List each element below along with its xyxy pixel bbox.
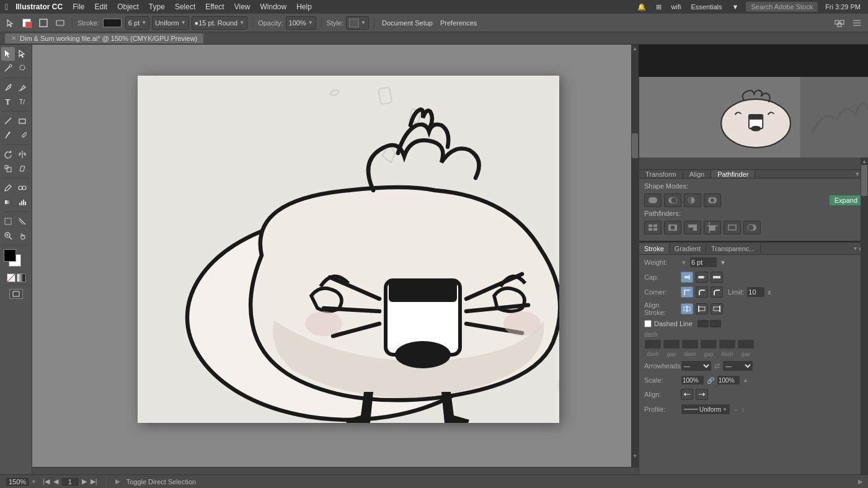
corner-round[interactable] <box>696 286 708 298</box>
document-tab[interactable]: ✕ Dim & Sum working file.ai* @ 150% (CMY… <box>5 33 203 43</box>
tool-blend[interactable] <box>16 181 29 195</box>
none-swatch[interactable] <box>7 273 16 282</box>
weight-input[interactable] <box>689 257 717 268</box>
arrow-start-select[interactable]: — <box>681 360 712 371</box>
arrow-align-2[interactable] <box>696 389 708 400</box>
cap-butt[interactable] <box>681 272 693 283</box>
cap-round[interactable] <box>696 272 708 283</box>
arrow-end-select[interactable]: — <box>722 360 753 371</box>
arrow-swap[interactable]: ⇄ <box>714 362 720 370</box>
tool-rectangle[interactable] <box>16 114 29 128</box>
draw-mode-icon[interactable] <box>36 17 51 29</box>
gap-1[interactable] <box>663 339 680 349</box>
divide-btn[interactable] <box>644 221 662 234</box>
stroke-color-swatch[interactable] <box>103 19 122 27</box>
minus-front-btn[interactable] <box>664 193 681 207</box>
panel-collapse-btn[interactable]: ▾ <box>856 170 859 178</box>
brush-size-dropdown[interactable]: ● 15 pt. Round ▼ <box>192 16 248 30</box>
gap-3[interactable] <box>737 339 755 349</box>
tool-rotate[interactable] <box>1 148 15 161</box>
tool-text-variant[interactable]: T/ <box>16 95 29 109</box>
tool-eyedropper[interactable] <box>1 181 15 195</box>
search-input-placeholder[interactable]: Search Adobe Stock <box>746 2 818 12</box>
essentials-label[interactable]: Essentials <box>688 3 724 11</box>
tool-line[interactable] <box>1 114 15 128</box>
menu-type[interactable]: Type <box>144 1 170 12</box>
selection-icon-toolbar[interactable] <box>4 17 17 29</box>
document-setup-btn[interactable]: Document Setup <box>379 18 435 28</box>
tool-artboard[interactable] <box>1 215 15 228</box>
dash-pattern-1[interactable] <box>698 320 709 327</box>
align-center[interactable] <box>681 303 693 314</box>
profile-flip-y[interactable]: ↕ <box>742 406 745 413</box>
cap-square[interactable] <box>711 272 723 283</box>
tab-transform-inline[interactable]: Transform <box>639 170 683 178</box>
tool-pen-variant[interactable] <box>16 81 29 94</box>
normal-draw-mode[interactable] <box>9 289 23 299</box>
outline-btn[interactable] <box>724 221 741 234</box>
play-icon[interactable] <box>114 478 122 486</box>
arrow-align-1[interactable] <box>681 389 693 400</box>
align-inside[interactable] <box>696 303 708 314</box>
tab-align-inline[interactable]: Align <box>683 170 711 178</box>
style-dropdown[interactable]: ▼ <box>346 16 369 30</box>
weight-down[interactable]: ▼ <box>681 259 687 266</box>
tool-slice[interactable] <box>16 215 29 228</box>
menu-view[interactable]: View <box>229 1 255 12</box>
profile-dropdown-arrow[interactable]: ▼ <box>722 407 727 412</box>
tool-extra-icon[interactable] <box>849 17 864 29</box>
opacity-dropdown[interactable]: 100% ▼ <box>286 16 316 30</box>
transparency-tab[interactable]: Transparenc... <box>706 244 761 254</box>
zoom-input[interactable] <box>5 477 30 487</box>
apple-icon[interactable]:  <box>5 2 8 12</box>
limit-input[interactable] <box>746 286 765 298</box>
fill-swatch-front[interactable] <box>4 249 16 262</box>
gap-2[interactable] <box>700 339 717 349</box>
dashed-checkbox[interactable] <box>644 320 652 327</box>
tool-magic-wand[interactable] <box>1 61 15 75</box>
scale-link-icon[interactable]: 🔗 <box>707 377 714 384</box>
minus-back-btn[interactable] <box>743 221 761 234</box>
menu-object[interactable]: Object <box>112 1 144 12</box>
corner-bevel[interactable] <box>711 286 723 298</box>
page-last-btn[interactable]: ▶| <box>89 477 99 486</box>
tool-brush[interactable] <box>1 128 15 142</box>
merge-btn[interactable] <box>684 221 701 234</box>
panel-scroll-up[interactable]: ▲ <box>861 157 868 165</box>
align-outside[interactable] <box>711 303 723 314</box>
gradient-swatch-small[interactable] <box>17 273 25 282</box>
tool-hand[interactable] <box>16 229 29 242</box>
profile-flip-x[interactable]: ↔ <box>733 406 739 413</box>
tab-pathfinder-inline[interactable]: Pathfinder <box>711 170 755 178</box>
tool-scale[interactable] <box>1 162 15 175</box>
tool-reflect[interactable] <box>16 148 29 161</box>
panel-scroll-thumb[interactable] <box>861 165 867 196</box>
exclude-btn[interactable] <box>704 193 721 207</box>
tool-pen[interactable] <box>1 81 15 94</box>
page-first-btn[interactable]: |◀ <box>42 477 51 486</box>
tool-zoom[interactable] <box>1 229 15 242</box>
tool-direct-selection[interactable] <box>16 47 29 61</box>
fill-stroke-switcher[interactable] <box>20 17 33 29</box>
corner-miter[interactable] <box>681 286 693 298</box>
menu-edit[interactable]: Edit <box>89 1 112 12</box>
dash-2[interactable] <box>681 339 699 349</box>
expand-btn[interactable]: Expand <box>829 195 863 206</box>
canvas-area[interactable]: ▲ ▼ <box>32 45 639 474</box>
dash-pattern-2[interactable] <box>710 320 721 327</box>
scroll-thumb[interactable] <box>632 133 638 158</box>
tool-selection[interactable] <box>1 47 15 61</box>
scale-start-input[interactable] <box>681 375 704 385</box>
menu-help[interactable]: Help <box>291 1 317 12</box>
stroke-weight-dropdown[interactable]: 6 pt ▼ <box>125 16 149 30</box>
stroke-panel-expand[interactable]: ▾ <box>854 245 857 252</box>
unite-btn[interactable] <box>644 193 662 207</box>
screen-mode-icon[interactable] <box>53 17 67 29</box>
page-prev-btn[interactable]: ◀ <box>52 477 60 486</box>
crop-btn[interactable] <box>704 221 721 234</box>
tool-pencil[interactable] <box>16 128 29 142</box>
arrange-icon[interactable] <box>832 17 847 29</box>
v-scrollbar[interactable]: ▲ ▼ <box>631 45 639 467</box>
gradient-tab[interactable]: Gradient <box>670 244 706 254</box>
brush-style-dropdown[interactable]: Uniform ▼ <box>152 16 188 30</box>
